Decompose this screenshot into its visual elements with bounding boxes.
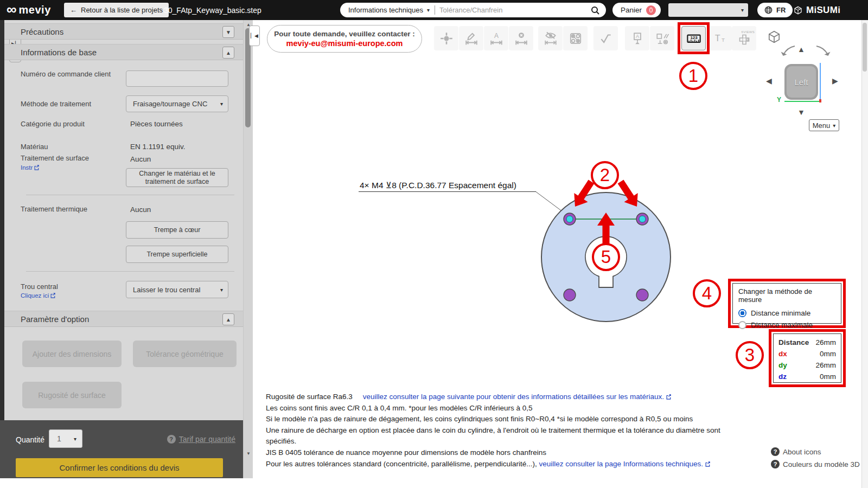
scroll-down-arrow[interactable]: ▼	[244, 451, 253, 456]
chevron-down-icon: ▾	[741, 7, 744, 13]
note-line: Pour les autres tolérances standard (con…	[266, 459, 814, 470]
meviy-app: ∞ meviy ← Retour à la liste de projets 3…	[0, 0, 868, 488]
heat-treatment-value: Aucun	[130, 206, 151, 214]
quantity-select[interactable]: 1▾	[49, 429, 82, 448]
geometric-tolerance-button[interactable]: Tolérance géométrique	[133, 341, 237, 367]
about-icons-link[interactable]: ? About icons	[771, 447, 860, 456]
external-link-icon	[34, 165, 39, 170]
main-scrollbar-thumb[interactable]	[863, 23, 867, 72]
sidebar-scrollbar[interactable]: ▲ ▼	[243, 20, 253, 478]
viewcube-menu-button[interactable]: Menu▾	[809, 119, 839, 131]
rotate-up-arrow[interactable]: ▲	[797, 46, 805, 53]
section-parametre-option[interactable]: Paramètre d'option ▲	[4, 311, 243, 327]
confirm-quote-button[interactable]: Confirmer les conditions du devis	[16, 458, 223, 477]
cube-icon[interactable]	[767, 30, 781, 44]
radio-selected-icon[interactable]	[738, 309, 746, 317]
method-select[interactable]: Fraisage/tournage CNC▾	[126, 95, 228, 112]
tool-hide-dimension[interactable]	[538, 26, 563, 50]
surface-hardening-button[interactable]: Trempe superficielle	[126, 246, 228, 263]
svg-text:T: T	[714, 33, 720, 43]
section-precautions[interactable]: Précautions ▼	[4, 23, 243, 40]
surface-roughness-button[interactable]: Rugosité de surface	[22, 382, 122, 408]
tool-position[interactable]	[434, 26, 458, 50]
svg-text:T: T	[721, 36, 724, 42]
material-label: Matériau	[21, 143, 116, 151]
back-to-projects-button[interactable]: ← Retour à la liste de projets	[64, 3, 169, 17]
tool-datum[interactable]: A	[625, 26, 649, 50]
search-bar: Informations techniques▾	[340, 3, 606, 17]
tool-surface-finish[interactable]	[593, 26, 618, 50]
rotate-right-arrow[interactable]: ▶	[832, 77, 838, 85]
tool-delete-dimension[interactable]	[509, 26, 533, 50]
chevron-down-icon: ▾	[833, 123, 835, 129]
cart-count-badge: 0	[646, 5, 656, 15]
viewcube-face-label: Left	[794, 78, 808, 87]
cart-button[interactable]: Panier 0	[612, 3, 661, 17]
distance-row: Distance 26mm	[778, 337, 836, 348]
note-line: Si le modèle n'a pas de rainure de dégag…	[266, 414, 814, 425]
core-hardening-button[interactable]: Trempe à cœur	[126, 221, 228, 239]
search-icon[interactable]	[591, 6, 599, 15]
step4-badge: 4	[693, 279, 721, 307]
left-edge-strip	[0, 20, 4, 488]
center-hole-select[interactable]: Laisser le trou central▾	[126, 281, 228, 298]
contact-email[interactable]: meviy-eu@misumi-europe.com	[286, 39, 403, 48]
note-line: Les coins sont finis avec C/R 0,1 à 0,4 …	[266, 403, 814, 414]
tool-geometric-tolerance[interactable]	[650, 26, 674, 50]
chevron-up-icon[interactable]: ▲	[222, 47, 234, 59]
technical-info-link[interactable]: veuillez consulter la page Informations …	[539, 460, 703, 468]
footer-gap	[0, 478, 243, 488]
note-line: spécifiés.	[266, 436, 814, 447]
misumi-logo[interactable]: MiSUMi	[793, 0, 840, 20]
center-hole-link[interactable]: Cliquez ici	[21, 291, 55, 299]
rotate-arrows-icon[interactable]	[780, 43, 832, 57]
order-number-input[interactable]	[126, 70, 228, 87]
rotate-left-arrow[interactable]: ◀	[766, 77, 772, 85]
step3-badge: 3	[736, 341, 764, 369]
category-value: Pièces tournées	[130, 120, 183, 128]
misumi-box-icon	[793, 5, 803, 15]
chevron-up-icon[interactable]: ▲	[222, 313, 234, 325]
center-hole-label: Trou central	[21, 282, 116, 291]
globe-icon	[764, 6, 773, 14]
quantity-pricing-link[interactable]: ? Tarif par quantité	[167, 435, 235, 444]
dx-row: dx 0mm	[778, 348, 836, 359]
divider	[26, 271, 234, 272]
tool-text[interactable]: TT	[707, 26, 732, 50]
top-bar: ∞ meviy ← Retour à la liste de projets 3…	[0, 0, 868, 20]
search-input[interactable]	[435, 6, 591, 14]
main-scrollbar[interactable]	[861, 20, 868, 488]
tool-six-views[interactable]: 6VIEWS	[732, 26, 756, 50]
question-icon: ?	[167, 435, 176, 444]
tool-add-dimension[interactable]	[459, 26, 483, 50]
tool-hole-group[interactable]	[563, 26, 588, 50]
language-button[interactable]: FR	[757, 3, 793, 17]
tool-text-dimension[interactable]: A	[484, 26, 508, 50]
external-link-icon	[705, 461, 710, 467]
search-category-select[interactable]: Informations techniques▾	[340, 6, 435, 14]
radio-unselected-icon[interactable]	[738, 321, 746, 329]
meviy-logo[interactable]: ∞ meviy	[7, 0, 51, 20]
part-number-select[interactable]: ▾	[668, 3, 748, 17]
rotate-down-arrow[interactable]: ▼	[797, 108, 805, 116]
model-colors-link[interactable]: ? Couleurs du modèle 3D	[771, 460, 860, 468]
divider	[26, 195, 234, 195]
step1-badge: 1	[679, 62, 707, 90]
y-axis-label: Y	[777, 96, 781, 104]
panel-collapse-handle[interactable]: ▏◀	[249, 25, 260, 46]
chevron-down-icon: ▾	[427, 7, 430, 13]
section-informations-de-base[interactable]: Informations de base ▲	[4, 44, 243, 60]
materials-info-link[interactable]: veuillez consulter la page suivante pour…	[363, 393, 664, 401]
viewcube-face[interactable]: Left	[784, 64, 818, 100]
distance-panel: Distance 26mm dx 0mm dy 26mm dz 0mm	[773, 333, 841, 383]
step4-highlight-frame: Changer la méthode de mesure Distance mi…	[728, 279, 846, 328]
order-number-label: Numéro de commande client	[21, 70, 116, 79]
measure-method-panel: Changer la méthode de mesure Distance mi…	[732, 283, 841, 324]
surface-instructions-link[interactable]: Instr	[21, 163, 39, 171]
add-dimensions-button[interactable]: Ajouter des dimensions	[22, 341, 122, 367]
change-material-button[interactable]: Changer le matériau et le traitement de …	[126, 168, 228, 187]
radio-distance-min[interactable]: Distance minimale	[738, 307, 835, 319]
step5-badge: 5	[592, 243, 620, 271]
dy-row: dy 26mm	[778, 359, 836, 371]
chevron-down-icon[interactable]: ▼	[222, 26, 234, 38]
